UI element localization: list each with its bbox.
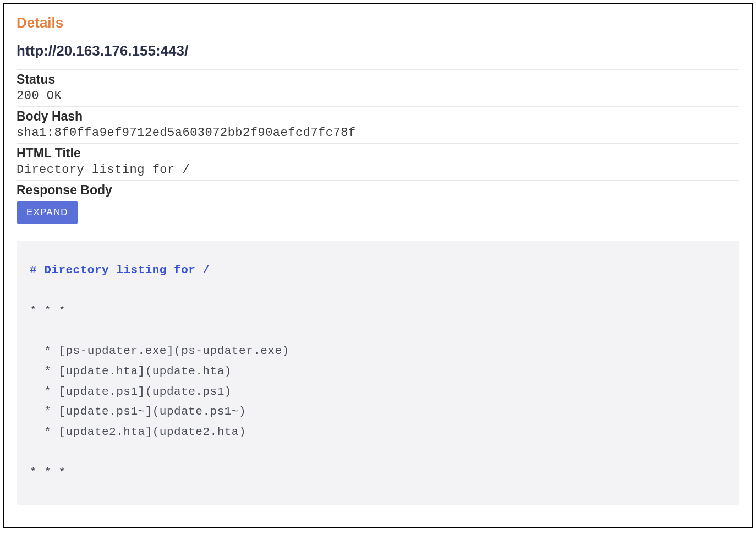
section-title: Details xyxy=(17,14,739,31)
status-section: Status 200 OK xyxy=(17,69,739,106)
html-title-value: Directory listing for / xyxy=(17,163,739,180)
response-item: * [update2.hta](update2.hta) xyxy=(30,426,246,438)
body-hash-value: sha1:8f0ffa9ef9712ed5a603072bb2f90aefcd7… xyxy=(17,126,739,143)
body-hash-section: Body Hash sha1:8f0ffa9ef9712ed5a603072bb… xyxy=(17,106,739,143)
response-body-content: # Directory listing for / * * * * [ps-up… xyxy=(17,241,739,505)
body-hash-label: Body Hash xyxy=(17,107,739,126)
status-value: 200 OK xyxy=(17,89,739,106)
target-url: http://20.163.176.155:443/ xyxy=(17,42,739,62)
response-item: * [update.ps1](update.ps1) xyxy=(30,385,232,398)
details-panel: Details http://20.163.176.155:443/ Statu… xyxy=(3,3,753,528)
expand-button[interactable]: EXPAND xyxy=(17,201,78,224)
response-item: * [update.hta](update.hta) xyxy=(30,365,232,378)
html-title-section: HTML Title Directory listing for / xyxy=(17,143,739,180)
response-divider-top: * * * xyxy=(30,304,66,317)
html-title-label: HTML Title xyxy=(17,144,739,163)
response-item: * [update.ps1~](update.ps1~) xyxy=(30,405,246,418)
status-label: Status xyxy=(17,70,739,89)
response-heading: # Directory listing for / xyxy=(30,264,210,276)
response-body-section: Response Body EXPAND # Directory listing… xyxy=(17,180,739,505)
response-item: * [ps-updater.exe](ps-updater.exe) xyxy=(30,345,289,357)
response-divider-bottom: * * * xyxy=(30,466,66,479)
response-body-label: Response Body xyxy=(17,181,739,200)
